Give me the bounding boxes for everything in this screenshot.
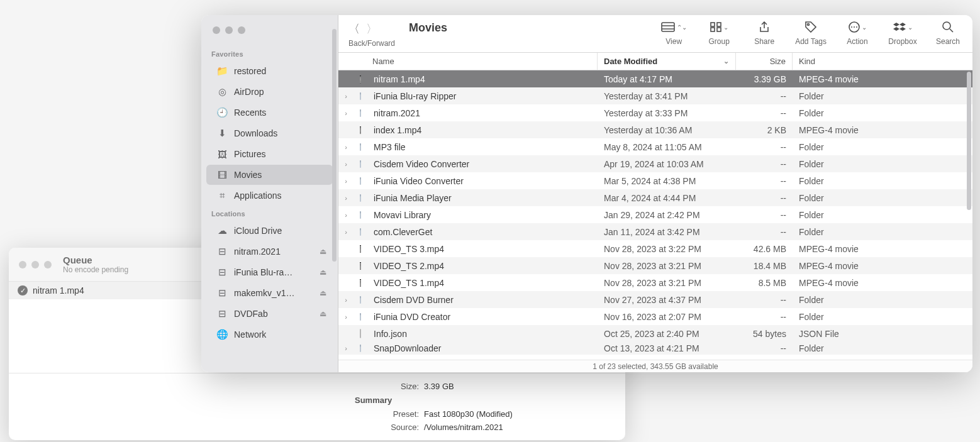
file-row[interactable]: Info.jsonOct 25, 2023 at 2:40 PM54 bytes… (338, 325, 972, 342)
file-row[interactable]: ›nitram.2021Yesterday at 3:33 PM--Folder (338, 104, 972, 121)
sidebar-item-recents[interactable]: 🕘Recents (206, 102, 333, 123)
file-row[interactable]: ›MP3 fileMay 8, 2024 at 11:05 AM--Folder (338, 138, 972, 155)
file-row[interactable]: VIDEO_TS 3.mp4Nov 28, 2023 at 3:22 PM42.… (338, 240, 972, 257)
sidebar-scrollbar[interactable] (332, 29, 337, 262)
dropbox-button[interactable]: ⌄ Dropbox (888, 20, 917, 46)
svg-line-13 (950, 29, 953, 32)
sidebar-item-label: Downloads (234, 128, 277, 138)
queue-traffic-lights[interactable] (19, 261, 52, 268)
sidebar-item-movies[interactable]: 🎞Movies (206, 165, 333, 185)
view-button[interactable]: ⌃⌄ View (659, 20, 688, 46)
queue-subtitle: No encode pending (63, 265, 128, 274)
sidebar-item-airdrop[interactable]: ◎AirDrop (206, 82, 333, 102)
file-size: -- (736, 176, 793, 186)
sidebar-item-makemkv-v1-[interactable]: ⊟makemkv_v1…⏏ (206, 283, 333, 303)
file-row[interactable]: ›com.CleverGetJan 11, 2024 at 3:42 PM--F… (338, 223, 972, 240)
file-kind: Folder (793, 91, 972, 101)
disclosure-icon[interactable]: › (338, 211, 354, 219)
eject-icon[interactable]: ⏏ (320, 309, 326, 318)
file-name: iFunia DVD Creator (367, 312, 598, 322)
sidebar-item-pictures[interactable]: 🖼Pictures (206, 144, 333, 164)
column-name[interactable]: Name (338, 53, 598, 70)
svg-rect-3 (711, 23, 715, 26)
column-size[interactable]: Size (736, 53, 793, 70)
eject-icon[interactable]: ⏏ (320, 268, 326, 277)
sidebar-item-network[interactable]: 🌐Network (206, 324, 333, 345)
checkmark-icon: ✓ (18, 285, 28, 296)
file-name: com.CleverGet (367, 227, 598, 237)
finder-traffic-lights[interactable] (213, 26, 326, 34)
group-button[interactable]: ⌄ Group (704, 20, 733, 46)
file-row[interactable]: ›iFunia Media PlayerMar 4, 2024 at 4:44 … (338, 189, 972, 206)
file-row-partial[interactable]: › SnapDownloader Oct 13, 2023 at 4:21 PM… (338, 342, 972, 355)
file-row[interactable]: ›Cisdem DVD BurnerNov 27, 2023 at 4:37 P… (338, 291, 972, 308)
file-row[interactable]: nitram 1.mp4Today at 4:17 PM3.39 GBMPEG-… (338, 70, 972, 87)
svg-rect-6 (717, 28, 721, 31)
zoom-icon[interactable] (44, 261, 52, 268)
file-row[interactable]: ›iFunia Blu-ray RipperYesterday at 3:41 … (338, 87, 972, 104)
sidebar-item-downloads[interactable]: ⬇Downloads (206, 123, 333, 143)
file-row[interactable]: ›iFunia DVD CreatorNov 16, 2023 at 2:07 … (338, 308, 972, 325)
file-row[interactable]: ›Cisdem Video ConverterApr 19, 2024 at 1… (338, 155, 972, 172)
file-kind: MPEG-4 movie (793, 278, 972, 288)
file-row[interactable]: ›iFunia Video ConverterMar 5, 2024 at 4:… (338, 172, 972, 189)
share-button[interactable]: Share (750, 20, 779, 46)
eject-icon[interactable]: ⏏ (320, 247, 326, 256)
column-date[interactable]: Date Modified ⌄ (598, 53, 736, 70)
zoom-icon[interactable] (238, 26, 245, 34)
folder-icon (354, 345, 367, 352)
status-bar: 1 of 23 selected, 343.55 GB available (338, 360, 972, 372)
close-icon[interactable] (19, 261, 26, 268)
back-button[interactable]: 〈 (348, 21, 360, 36)
disclosure-icon[interactable]: › (338, 228, 354, 236)
disclosure-icon[interactable]: › (338, 160, 354, 168)
sidebar-item-applications[interactable]: ⌗Applications (206, 185, 333, 206)
image-icon: 🖼 (216, 149, 228, 160)
forward-button[interactable]: 〉 (366, 21, 377, 36)
file-row[interactable]: VIDEO_TS 1.mp4Nov 28, 2023 at 3:21 PM8.5… (338, 274, 972, 291)
column-kind[interactable]: Kind (793, 53, 972, 70)
file-date: Nov 28, 2023 at 3:22 PM (598, 244, 736, 254)
minimize-icon[interactable] (31, 261, 39, 268)
folder-icon (354, 160, 367, 168)
sidebar-item-dvdfab[interactable]: ⊟DVDFab⏏ (206, 304, 333, 324)
minimize-icon[interactable] (225, 26, 233, 34)
main-scrollbar[interactable] (967, 72, 971, 210)
file-date: Nov 27, 2023 at 4:37 PM (598, 295, 736, 305)
tags-button[interactable]: Add Tags (795, 20, 827, 46)
file-row[interactable]: VIDEO_TS 2.mp4Nov 28, 2023 at 3:21 PM18.… (338, 257, 972, 274)
disclosure-icon[interactable]: › (338, 313, 354, 321)
action-button[interactable]: ⌄ Action (843, 20, 872, 46)
disclosure-icon[interactable]: › (338, 92, 354, 100)
file-kind: Folder (793, 108, 972, 118)
disclosure-icon[interactable]: › (338, 296, 354, 304)
file-date: Apr 19, 2024 at 10:03 AM (598, 159, 736, 169)
folder-icon (354, 177, 367, 185)
disclosure-icon[interactable]: › (338, 345, 354, 352)
file-size: -- (736, 210, 793, 220)
search-button[interactable]: Search (933, 20, 962, 46)
preset-value: Fast 1080p30 (Modified) (424, 409, 513, 419)
eject-icon[interactable]: ⏏ (320, 289, 326, 297)
file-kind: Folder (793, 295, 972, 305)
locations-heading: Locations (201, 206, 338, 220)
summary-heading: Summary (21, 393, 613, 407)
file-name: iFunia Video Converter (367, 176, 598, 186)
sidebar-item-ifunia-blu-ra-[interactable]: ⊟iFunia Blu-ra…⏏ (206, 262, 333, 282)
disclosure-icon[interactable]: › (338, 177, 354, 185)
file-name: MP3 file (367, 142, 598, 152)
disclosure-icon[interactable]: › (338, 143, 354, 151)
folder-icon (354, 211, 367, 219)
disclosure-icon[interactable]: › (338, 109, 354, 117)
file-kind: JSON File (793, 329, 972, 339)
sidebar-item-icloud-drive[interactable]: ☁iCloud Drive (206, 221, 333, 241)
json-icon (354, 329, 367, 338)
sidebar-item-nitram-2021[interactable]: ⊟nitram.2021⏏ (206, 241, 333, 262)
file-size: -- (736, 312, 793, 322)
close-icon[interactable] (213, 26, 220, 34)
disclosure-icon[interactable]: › (338, 194, 354, 202)
file-row[interactable]: index 1.mp4Yesterday at 10:36 AM2 KBMPEG… (338, 121, 972, 138)
file-row[interactable]: ›Movavi LibraryJan 29, 2024 at 2:42 PM--… (338, 206, 972, 223)
sidebar-item-restored[interactable]: 📁restored (206, 61, 333, 81)
file-size: -- (736, 227, 793, 237)
